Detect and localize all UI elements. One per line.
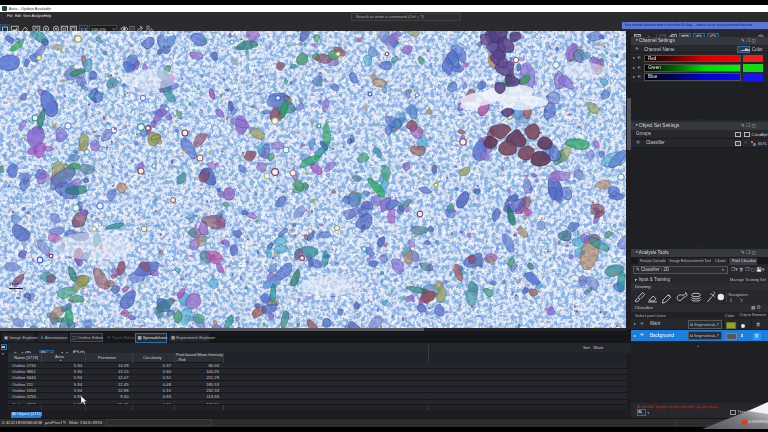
svg-text:.COM: .COM	[758, 425, 764, 428]
svg-text:Navigation: Navigation	[729, 292, 749, 297]
